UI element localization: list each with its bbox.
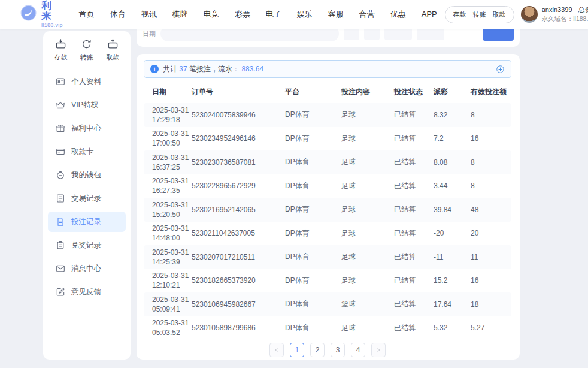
- nav-item-partnership[interactable]: 合营: [351, 0, 383, 29]
- nav-item-slots[interactable]: 电子: [258, 0, 289, 29]
- page-button-3[interactable]: 3: [331, 343, 345, 357]
- date-value: 2025-03-31: [152, 200, 192, 210]
- cell-platform: DP体育: [285, 252, 341, 262]
- chevron-right-icon: [375, 347, 381, 353]
- cell-date: 2025-03-3117:00:50: [152, 129, 192, 148]
- nav-item-customer-service[interactable]: 客服: [320, 0, 351, 29]
- column-header-4: 投注状态: [394, 87, 434, 97]
- sidebar-item-feedback[interactable]: 意见反馈: [48, 282, 126, 302]
- table-row: 2025-03-3116:27:355230228965672929DP体育足球…: [144, 174, 511, 198]
- sidebar-item-label: 取款卡: [71, 147, 94, 157]
- cell-bet-content: 足球: [341, 276, 394, 286]
- nav-item-promotions[interactable]: 优惠: [383, 0, 414, 29]
- clipboard-icon: [56, 240, 65, 250]
- table-header-row: 日期订单号平台投注内容投注状态派彩有效投注额: [144, 80, 511, 103]
- sidebar-item-welfare-center[interactable]: 福利中心: [48, 118, 126, 138]
- date-value: 2025-03-31: [152, 295, 192, 304]
- cell-bet-status: 已结算: [394, 299, 434, 309]
- nav-item-entertainment[interactable]: 娱乐: [289, 0, 320, 29]
- sidebar-item-message-center[interactable]: 消息中心: [48, 258, 126, 279]
- cell-bet-content: 足球: [341, 181, 394, 191]
- sidebar: 存款转账取款 个人资料VIP特权福利中心取款卡我的钱包交易记录投注记录兑奖记录消…: [43, 31, 131, 360]
- brand-name: 利 来: [41, 1, 66, 21]
- expand-plus-icon[interactable]: [496, 65, 505, 74]
- cell-bet-status: 已结算: [394, 157, 434, 167]
- cell-valid-bet: 8: [471, 111, 511, 119]
- cell-platform: DP体育: [285, 299, 341, 309]
- date-value: 2025-03-31: [152, 224, 192, 233]
- filter-option-1[interactable]: [344, 29, 359, 40]
- sidebar-menu: 个人资料VIP特权福利中心取款卡我的钱包交易记录投注记录兑奖记录消息中心意见反馈: [43, 71, 131, 302]
- cell-payout: 39.84: [434, 206, 471, 214]
- nav-item-app[interactable]: APP: [414, 0, 445, 29]
- filter-option-2[interactable]: [364, 29, 380, 40]
- nav-item-esports[interactable]: 电竞: [196, 0, 227, 29]
- brand-logo-icon: [20, 5, 37, 25]
- total-assets: 总资产：1363.49元: [578, 5, 588, 15]
- sidebar-item-vip[interactable]: VIP特权: [48, 95, 126, 115]
- cell-valid-bet: 20: [471, 229, 511, 237]
- filter-option-3[interactable]: [384, 29, 412, 40]
- username: anxin3399: [542, 5, 572, 15]
- wallet-pill-withdraw[interactable]: 取款: [493, 10, 506, 19]
- quick-action-label: 取款: [106, 53, 119, 62]
- sidebar-item-redeem-records[interactable]: 兑奖记录: [48, 235, 126, 255]
- cell-order-no: 5230240075839946: [192, 111, 285, 119]
- page-button-4[interactable]: 4: [351, 343, 365, 357]
- date-range-input[interactable]: [160, 29, 339, 41]
- filter-option-4[interactable]: [417, 29, 444, 40]
- cell-platform: DP体育: [285, 110, 341, 120]
- nav-menu: 首页体育视讯棋牌电竞彩票电子娱乐客服合营优惠APP: [71, 0, 445, 29]
- cell-order-no: 5230234952496146: [192, 134, 285, 143]
- cell-valid-bet: 48: [471, 206, 511, 214]
- wallet-pill-deposit[interactable]: 存款: [453, 10, 466, 19]
- column-header-3: 投注内容: [341, 87, 394, 97]
- feedback-icon: [56, 287, 65, 297]
- date-value: 2025-03-31: [152, 176, 192, 186]
- cell-bet-content: 篮球: [341, 299, 394, 309]
- sidebar-item-label: 意见反馈: [71, 287, 101, 297]
- cell-payout: 5.32: [434, 324, 471, 332]
- next-page-button[interactable]: [371, 343, 386, 357]
- sidebar-item-bet-records[interactable]: 投注记录: [48, 212, 126, 232]
- sidebar-item-label: 交易记录: [71, 194, 101, 204]
- date-value: 2025-03-31: [152, 271, 192, 280]
- sidebar-item-label: 个人资料: [71, 77, 101, 87]
- page-button-2[interactable]: 2: [310, 343, 325, 357]
- wallet-pill-transfer[interactable]: 转账: [473, 10, 486, 19]
- cell-order-no: 5230230736587081: [192, 158, 285, 167]
- filter-bar: 日期: [137, 29, 520, 47]
- cell-order-no: 5230105898799686: [192, 324, 285, 332]
- table-row: 2025-03-3114:25:395230207017210511DP体育足球…: [144, 245, 511, 269]
- cell-bet-status: 已结算: [394, 204, 434, 215]
- prev-page-button[interactable]: [269, 343, 284, 357]
- search-button[interactable]: [483, 29, 514, 41]
- nav-item-board-games[interactable]: 棋牌: [165, 0, 196, 29]
- page-button-1[interactable]: 1: [290, 343, 304, 357]
- nav-item-live-video[interactable]: 视讯: [134, 0, 165, 29]
- avatar[interactable]: [521, 6, 538, 23]
- cell-date: 2025-03-3112:10:21: [152, 271, 192, 290]
- cell-platform: DP体育: [285, 134, 341, 144]
- nav-item-lottery[interactable]: 彩票: [227, 0, 258, 29]
- cell-payout: 8.32: [434, 111, 471, 119]
- column-header-2: 平台: [285, 87, 341, 97]
- sidebar-item-withdraw-card[interactable]: 取款卡: [48, 141, 126, 162]
- quick-action-transfer[interactable]: 转账: [80, 38, 93, 62]
- bet-records-panel: i 共计 37 笔投注，流水： 883.64 日期订单号平台投注内容投注状态派彩…: [137, 54, 520, 360]
- nav-item-sports[interactable]: 体育: [102, 0, 134, 29]
- table-row: 2025-03-3105:09:415230106945982667DP体育篮球…: [144, 292, 511, 316]
- sidebar-item-profile[interactable]: 个人资料: [48, 71, 126, 92]
- sidebar-item-transaction-records[interactable]: 交易记录: [48, 188, 126, 209]
- quick-action-withdraw[interactable]: 取款: [106, 38, 119, 62]
- nav-item-home[interactable]: 首页: [71, 0, 102, 29]
- table-row: 2025-03-3117:29:185230240075839946DP体育足球…: [144, 103, 511, 127]
- sidebar-quick-actions: 存款转账取款: [43, 38, 131, 62]
- brand-logo[interactable]: 利 来 ll188.vip: [20, 1, 66, 28]
- cell-platform: DP体育: [285, 228, 341, 239]
- sidebar-item-label: 投注记录: [71, 217, 101, 227]
- sidebar-item-my-wallet[interactable]: 我的钱包: [48, 165, 126, 185]
- quick-action-deposit[interactable]: 存款: [54, 38, 68, 62]
- table-row: 2025-03-3112:10:215230182665373920DP体育足球…: [144, 269, 511, 293]
- column-header-5: 派彩: [434, 87, 471, 97]
